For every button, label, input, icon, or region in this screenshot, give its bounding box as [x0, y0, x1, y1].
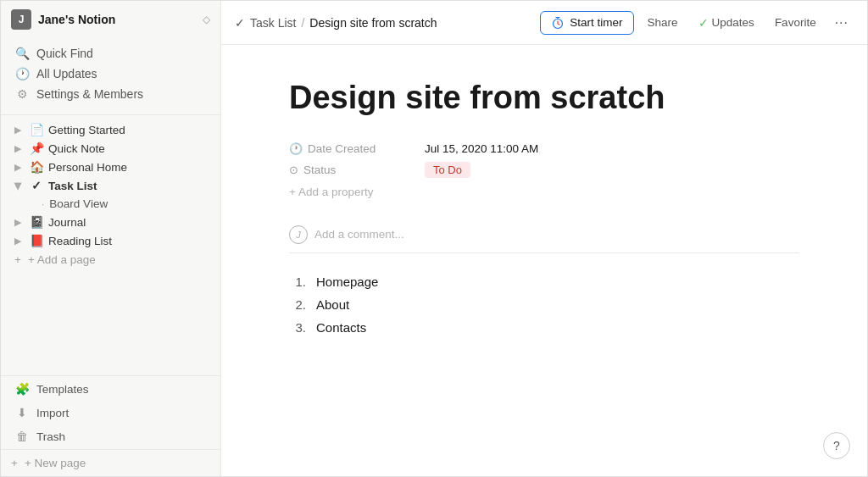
new-page-label: + New page: [25, 457, 86, 469]
start-timer-label: Start timer: [570, 16, 622, 29]
arrow-icon: ▶: [11, 236, 25, 247]
add-property-label: + Add a property: [289, 186, 373, 198]
sidebar-item-reading-list[interactable]: ▶ 📕 Reading List: [4, 231, 217, 250]
import-icon: ⬇: [14, 406, 30, 419]
sidebar: J Jane's Notion ◇ 🔍 Quick Find 🕐 All Upd…: [1, 1, 221, 476]
page-emoji-task-list: ✓: [28, 179, 45, 192]
sidebar-item-import[interactable]: ⬇ Import: [4, 402, 217, 424]
share-button[interactable]: Share: [641, 13, 685, 32]
trash-label: Trash: [36, 430, 65, 443]
updates-check-icon: ✓: [698, 16, 709, 30]
updates-button[interactable]: ✓ Updates: [692, 13, 761, 33]
all-updates-label: All Updates: [36, 67, 97, 80]
new-page-button[interactable]: + + New page: [1, 449, 220, 476]
updates-label: Updates: [712, 16, 754, 29]
list-item: 2. About: [289, 293, 799, 316]
date-created-label: 🕐 Date Created: [289, 142, 425, 155]
list-text-3: Contacts: [316, 320, 366, 335]
reading-list-label: Reading List: [48, 235, 210, 247]
page-emoji-getting-started: 📄: [28, 123, 45, 136]
comment-avatar: J: [289, 225, 308, 244]
workspace-icon: J: [11, 9, 31, 30]
help-button[interactable]: ?: [823, 432, 850, 459]
sidebar-item-personal-home[interactable]: ▶ 🏠 Personal Home: [4, 158, 217, 176]
templates-icon: 🧩: [14, 382, 30, 396]
breadcrumb-check-icon: ✓: [235, 16, 245, 30]
sidebar-item-quick-note[interactable]: ▶ 📌 Quick Note: [4, 139, 217, 158]
list-item: 3. Contacts: [289, 316, 799, 339]
timer-icon: [551, 16, 565, 30]
arrow-icon: ▶: [11, 125, 25, 136]
arrow-icon: ▶: [11, 217, 25, 228]
topbar-actions: Start timer Share ✓ Updates Favorite ···: [540, 11, 854, 35]
page-title: Design site from scratch: [289, 79, 799, 118]
sidebar-bottom: 🧩 Templates ⬇ Import 🗑 Trash + + New pag…: [1, 375, 220, 476]
task-list-label: Task List: [48, 180, 210, 192]
sidebar-item-settings[interactable]: ⚙ Settings & Members: [4, 84, 217, 104]
trash-icon: 🗑: [14, 430, 30, 443]
plus-icon: +: [14, 253, 21, 266]
status-value[interactable]: To Do: [425, 164, 470, 176]
list-number-3: 3.: [289, 320, 306, 335]
page-emoji-quick-note: 📌: [28, 141, 45, 155]
list-number-2: 2.: [289, 297, 306, 312]
arrow-expanded-icon: ▶: [13, 179, 24, 192]
breadcrumb: ✓ Task List / Design site from scratch: [235, 16, 533, 30]
arrow-icon: ▶: [11, 162, 25, 173]
sidebar-item-all-updates[interactable]: 🕐 All Updates: [4, 64, 217, 84]
sidebar-item-getting-started[interactable]: ▶ 📄 Getting Started: [4, 120, 217, 139]
sidebar-item-journal[interactable]: ▶ 📓 Journal: [4, 213, 217, 231]
sidebar-item-trash[interactable]: 🗑 Trash: [4, 425, 217, 447]
sidebar-item-templates[interactable]: 🧩 Templates: [4, 378, 217, 400]
breadcrumb-parent[interactable]: Task List: [250, 16, 296, 30]
sidebar-item-task-list[interactable]: ▶ ✓ Task List: [4, 176, 217, 195]
add-page-button[interactable]: + + Add a page: [4, 250, 217, 269]
list-text-1: Homepage: [316, 275, 378, 289]
page-emoji-journal: 📓: [28, 215, 45, 229]
workspace-header[interactable]: J Jane's Notion ◇: [1, 1, 220, 38]
status-row: ⊙ Status To Do: [289, 159, 799, 180]
add-property-button[interactable]: + Add a property: [289, 180, 799, 203]
quick-note-label: Quick Note: [48, 142, 210, 155]
content-list: 1. Homepage 2. About 3. Contacts: [289, 270, 799, 339]
comment-placeholder: Add a comment...: [314, 228, 404, 241]
main-content: ✓ Task List / Design site from scratch S…: [221, 1, 867, 476]
date-created-value[interactable]: Jul 15, 2020 11:00 AM: [425, 142, 538, 155]
status-badge[interactable]: To Do: [425, 162, 470, 178]
breadcrumb-separator: /: [301, 16, 304, 30]
clock-property-icon: 🕐: [289, 142, 303, 155]
list-text-2: About: [316, 297, 349, 312]
start-timer-button[interactable]: Start timer: [540, 11, 633, 35]
list-item: 1. Homepage: [289, 270, 799, 293]
quick-find-label: Quick Find: [36, 47, 93, 60]
import-label: Import: [36, 407, 69, 419]
workspace-name: Jane's Notion: [38, 13, 115, 26]
page-emoji-reading-list: 📕: [28, 234, 45, 247]
help-label: ?: [833, 439, 840, 452]
workspace-chevron: ◇: [203, 14, 210, 25]
topbar: ✓ Task List / Design site from scratch S…: [221, 1, 867, 45]
sidebar-nav: 🔍 Quick Find 🕐 All Updates ⚙ Settings & …: [1, 38, 220, 109]
pages-section: ▶ 📄 Getting Started ▶ 📌 Quick Note ▶ 🏠 P…: [1, 120, 220, 375]
page-emoji-personal-home: 🏠: [28, 160, 45, 174]
comment-section[interactable]: J Add a comment...: [289, 217, 799, 253]
journal-label: Journal: [48, 216, 210, 229]
list-number-1: 1.: [289, 275, 306, 289]
properties-section: 🕐 Date Created Jul 15, 2020 11:00 AM ⊙ S…: [289, 138, 799, 203]
search-icon: 🔍: [14, 47, 30, 60]
favorite-button[interactable]: Favorite: [768, 13, 823, 32]
board-view-label: Board View: [49, 197, 108, 210]
personal-home-label: Personal Home: [48, 161, 210, 174]
sidebar-item-board-view[interactable]: · Board View: [4, 195, 217, 213]
status-property-icon: ⊙: [289, 164, 298, 176]
date-created-row: 🕐 Date Created Jul 15, 2020 11:00 AM: [289, 138, 799, 159]
breadcrumb-current: Design site from scratch: [309, 16, 437, 30]
sidebar-item-quick-find[interactable]: 🔍 Quick Find: [4, 43, 217, 64]
templates-label: Templates: [36, 383, 89, 396]
sidebar-divider-1: [1, 114, 220, 115]
page-content: Design site from scratch 🕐 Date Created …: [221, 45, 867, 476]
gear-icon: ⚙: [14, 87, 30, 101]
arrow-icon: ▶: [11, 143, 25, 154]
settings-label: Settings & Members: [36, 87, 143, 101]
more-options-button[interactable]: ···: [830, 12, 854, 34]
